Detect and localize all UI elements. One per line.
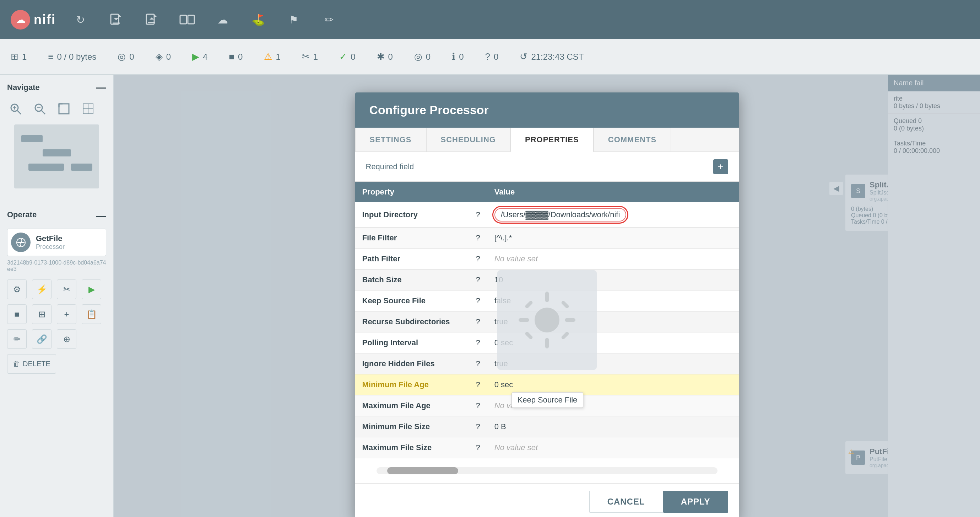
svg-rect-6	[180, 15, 186, 24]
horizontal-scrollbar[interactable]	[377, 467, 718, 474]
prop-help-path-filter[interactable]: ?	[469, 249, 487, 270]
col-extra	[716, 182, 739, 202]
prop-help-hidden[interactable]: ?	[469, 353, 487, 374]
prop-value-path-filter[interactable]: No value set	[487, 249, 716, 270]
table-row: Path Filter ? No value set	[355, 249, 739, 270]
funnel-toolbar-icon[interactable]: ⛳	[248, 9, 269, 30]
prop-name-input-dir: Input Directory	[355, 202, 469, 228]
value-highlight-input-dir: /Users/▓▓▓▓/Downloads/work/nifi	[495, 208, 627, 222]
processor-name: GetFile	[36, 234, 65, 243]
processor-details: GetFile Processor	[36, 234, 65, 251]
prop-name-hidden: Ignore Hidden Files	[355, 353, 469, 374]
running-icon: ◈	[156, 51, 163, 62]
grid-btn[interactable]	[80, 100, 97, 117]
add-btn[interactable]: +	[57, 304, 76, 324]
edit-toolbar-icon[interactable]: ✏	[319, 9, 340, 30]
start-btn[interactable]: ⚡	[32, 279, 51, 299]
refresh-toolbar-icon[interactable]: ↻	[70, 9, 91, 30]
spinner-circle	[535, 308, 560, 332]
svg-line-9	[18, 110, 21, 114]
svg-marker-5	[150, 18, 154, 19]
table-row: File Filter ? [^\.].*	[355, 228, 739, 249]
export-toolbar-icon[interactable]	[141, 9, 162, 30]
processor-id: 3d2148b9-0173-1000-d89c-bd04a6a74ee3	[7, 260, 106, 272]
paste-btn[interactable]: 📋	[82, 304, 101, 324]
tab-comments[interactable]: COMMENTS	[593, 128, 671, 152]
apply-button[interactable]: APPLY	[663, 491, 728, 513]
status-bytes: ≡ 0 / 0 bytes	[48, 51, 96, 62]
properties-table-wrapper: Property Value Input Directory	[355, 182, 739, 458]
fit-btn[interactable]	[56, 100, 72, 117]
table-row: Input Directory ? /Users/▓▓▓▓/Downloads/…	[355, 202, 739, 228]
canvas-area[interactable]: Configure Processor SETTINGS SCHEDULING …	[114, 75, 980, 517]
prop-help-min-age[interactable]: ?	[469, 374, 487, 396]
center-btn[interactable]: ⊕	[57, 329, 76, 349]
col-help	[469, 182, 487, 202]
connected-icon: ◎	[118, 51, 126, 62]
prop-help-input-dir[interactable]: ?	[469, 202, 487, 228]
prop-help-file-filter[interactable]: ?	[469, 228, 487, 249]
info-count: 0	[426, 52, 431, 62]
delete-btn[interactable]: 🗑 DELETE	[7, 354, 56, 374]
prop-value-file-filter[interactable]: [^\.].*	[487, 228, 716, 249]
col-value: Value	[487, 182, 716, 202]
prop-name-max-age: Maximum File Age	[355, 396, 469, 416]
prop-name-min-age: Minimum File Age	[355, 374, 469, 396]
prop-value-max-size[interactable]: No value set	[487, 437, 716, 458]
operate-collapse-icon[interactable]: —	[96, 210, 106, 222]
cancel-button[interactable]: CANCEL	[589, 491, 663, 513]
app-name: nifi	[34, 12, 56, 27]
group-toolbar-icon[interactable]	[177, 9, 198, 30]
processor-icon	[11, 233, 30, 252]
warning-count: 1	[276, 52, 280, 62]
tab-properties[interactable]: PROPERTIES	[511, 128, 593, 152]
prop-help-max-age[interactable]: ?	[469, 396, 487, 416]
link-btn[interactable]: 🔗	[32, 329, 51, 349]
zoom-out-btn[interactable]	[31, 100, 48, 117]
cloud-toolbar-icon[interactable]: ☁	[212, 9, 233, 30]
preview-node-1	[21, 135, 43, 142]
flag-toolbar-icon[interactable]: ⚑	[283, 9, 304, 30]
operate-header: Operate —	[7, 210, 106, 222]
status-warning: ⚠ 1	[264, 51, 280, 62]
invalid-icon: ✂	[302, 51, 310, 62]
svg-line-13	[41, 110, 45, 114]
bytes-icon: ≡	[48, 51, 53, 62]
disabled-count: 0	[388, 52, 393, 62]
app-logo: ☁ nifi	[11, 10, 56, 30]
tab-scheduling[interactable]: SCHEDULING	[426, 128, 511, 152]
prop-help-polling[interactable]: ?	[469, 332, 487, 353]
color-btn[interactable]: ✏	[7, 329, 27, 349]
scrollbar-area	[355, 458, 739, 483]
zoom-in-btn[interactable]	[7, 100, 24, 117]
add-property-btn[interactable]: +	[713, 159, 728, 174]
scroll-thumb[interactable]	[387, 467, 458, 474]
terminate-btn[interactable]: ■	[7, 304, 27, 324]
prop-name-file-filter: File Filter	[355, 228, 469, 249]
operate-actions: ⚙ ⚡ ✂ ▶ ■ ⊞ + 📋 ✏ 🔗 ⊕ 🗑 DELETE	[7, 279, 106, 374]
status-info2: ℹ 0	[452, 51, 463, 62]
table-row: Minimum File Size ? 0 B	[355, 416, 739, 437]
navigate-collapse-icon[interactable]: —	[96, 82, 106, 93]
import-toolbar-icon[interactable]	[105, 9, 127, 30]
configure-btn[interactable]: ⚙	[7, 279, 27, 299]
prop-value-input-dir[interactable]: /Users/▓▓▓▓/Downloads/work/nifi	[487, 202, 716, 228]
prop-help-min-size[interactable]: ?	[469, 416, 487, 437]
prop-name-polling: Polling Interval	[355, 332, 469, 353]
prop-value-min-size[interactable]: 0 B	[487, 416, 716, 437]
copy-btn[interactable]: ⊞	[32, 304, 51, 324]
logo-icon: ☁	[11, 10, 30, 30]
status-stopped: ■ 0	[229, 51, 243, 62]
tab-settings[interactable]: SETTINGS	[355, 128, 426, 152]
svg-marker-2	[114, 18, 118, 20]
prop-help-batch-size[interactable]: ?	[469, 270, 487, 290]
prop-help-recurse[interactable]: ?	[469, 311, 487, 332]
stop-btn[interactable]: ✂	[57, 279, 76, 299]
preview-node-2	[43, 149, 71, 156]
navigate-section: Navigate —	[0, 75, 113, 203]
main-area: Navigate —	[0, 75, 980, 517]
run-once-btn[interactable]: ▶	[82, 279, 101, 299]
prop-help-max-size[interactable]: ?	[469, 437, 487, 458]
prop-help-keep-source[interactable]: ?	[469, 290, 487, 311]
info-icon: ◎	[414, 51, 422, 62]
